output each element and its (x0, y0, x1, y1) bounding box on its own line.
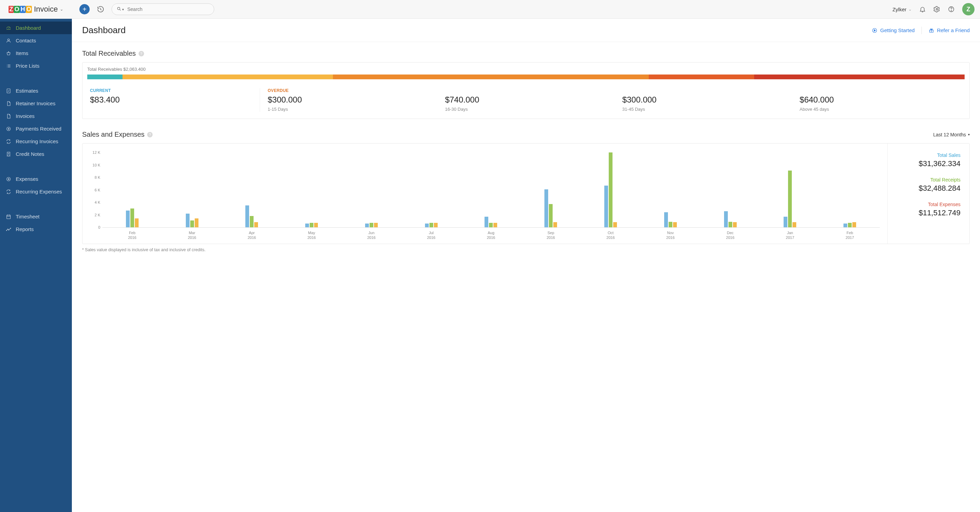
help-tooltip-icon[interactable]: ? (147, 132, 153, 137)
receipt-icon (5, 151, 12, 157)
zoho-logo: ZOHO (8, 6, 32, 13)
sidebar-item-estimates[interactable]: Estimates (0, 84, 72, 97)
x-axis-label: Mar2016 (162, 230, 222, 240)
divider (921, 27, 922, 34)
chart-month-group (581, 152, 641, 227)
org-name: Zylker (892, 6, 907, 12)
chart-bar-expenses[interactable] (434, 223, 438, 227)
doc-icon (5, 114, 12, 119)
gear-icon (934, 6, 940, 13)
sidebar-item-label: Expenses (16, 176, 38, 182)
chart-bar-sales[interactable] (365, 224, 369, 227)
chart-bar-expenses[interactable] (673, 222, 677, 227)
receivables-card: Total Receivables $2,063.400 CURRENT $83… (82, 62, 970, 119)
help-tooltip-icon[interactable]: ? (138, 51, 144, 56)
sidebar-item-credit[interactable]: Credit Notes (0, 147, 72, 160)
chart-bar-expenses[interactable] (493, 223, 497, 227)
sales-chart: 12 K10 K8 K6 K4 K2 K0 Feb2016Mar2016Apr2… (83, 144, 887, 244)
brand-switcher[interactable]: ZOHO Invoice ⌄ (0, 0, 72, 19)
search-input[interactable] (127, 6, 209, 12)
sidebar-item-expenses[interactable]: Expenses (0, 173, 72, 185)
chart-bar-receipts[interactable] (788, 171, 792, 227)
settings-button[interactable] (934, 6, 940, 13)
trend-icon (5, 227, 12, 232)
chart-bar-receipts[interactable] (310, 223, 313, 227)
x-axis-label: Dec2016 (700, 230, 760, 240)
chart-bar-sales[interactable] (126, 211, 130, 227)
chart-bar-sales[interactable] (843, 224, 847, 227)
org-switcher[interactable]: Zylker ⌄ (892, 6, 912, 12)
chart-bar-expenses[interactable] (135, 219, 138, 227)
chart-bar-receipts[interactable] (489, 223, 493, 227)
main-content: Dashboard Getting Started Refer a Friend (72, 19, 980, 512)
chart-bar-receipts[interactable] (729, 222, 732, 227)
receivables-title: Total Receivables (82, 49, 136, 57)
search-scope-caret[interactable]: ▾ (122, 8, 124, 11)
chart-bar-sales[interactable] (485, 217, 488, 227)
sidebar-item-dashboard[interactable]: Dashboard (0, 22, 72, 34)
sales-header: Sales and Expenses ? Last 12 Months ▾ (82, 130, 970, 138)
avatar-initial: Z (967, 6, 970, 13)
global-search[interactable]: ▾ (111, 3, 214, 15)
sidebar-item-label: Reports (16, 226, 34, 232)
chart-bar-expenses[interactable] (314, 223, 318, 227)
chart-bar-expenses[interactable] (853, 222, 856, 227)
x-axis-label: Aug2016 (461, 230, 521, 240)
chart-bar-expenses[interactable] (254, 222, 258, 227)
chart-bar-sales[interactable] (724, 211, 728, 227)
date-range-selector[interactable]: Last 12 Months ▾ (933, 132, 970, 137)
chart-bar-sales[interactable] (604, 185, 608, 227)
bucket-amount: $740.000 (445, 95, 607, 105)
chart-bar-receipts[interactable] (669, 222, 672, 227)
chart-bar-receipts[interactable] (430, 223, 433, 227)
chart-bar-receipts[interactable] (250, 216, 253, 227)
receivables-segment (649, 75, 754, 79)
sidebar-item-items[interactable]: Items (0, 47, 72, 59)
chart-bar-sales[interactable] (305, 224, 309, 227)
chart-bar-sales[interactable] (664, 212, 668, 227)
notifications-button[interactable] (919, 6, 926, 13)
sidebar-item-recurring-exp[interactable]: Recurring Expenses (0, 185, 72, 198)
help-button[interactable] (948, 6, 955, 13)
refer-friend-link[interactable]: Refer a Friend (929, 27, 970, 33)
quick-create-button[interactable]: + (80, 4, 90, 14)
sidebar-item-pricelists[interactable]: Price Lists (0, 59, 72, 72)
chart-bar-sales[interactable] (186, 214, 189, 227)
chart-bar-expenses[interactable] (613, 222, 617, 227)
chart-bar-sales[interactable] (784, 217, 788, 227)
chart-month-group (342, 152, 401, 227)
chart-bar-expenses[interactable] (733, 222, 737, 227)
sales-title: Sales and Expenses (82, 130, 145, 138)
user-avatar[interactable]: Z (962, 3, 975, 15)
current-label: CURRENT (90, 88, 252, 93)
chart-bar-sales[interactable] (425, 224, 429, 227)
chart-bar-expenses[interactable] (792, 222, 796, 227)
chart-bar-expenses[interactable] (374, 223, 378, 227)
sidebar-item-timesheet[interactable]: Timesheet (0, 210, 72, 223)
chart-bar-receipts[interactable] (848, 223, 852, 227)
sidebar-item-label: Dashboard (16, 25, 41, 31)
chart-bar-sales[interactable] (544, 189, 548, 227)
sidebar-item-invoices[interactable]: Invoices (0, 110, 72, 122)
chart-bar-receipts[interactable] (130, 209, 134, 227)
sidebar-item-payments[interactable]: Payments Received (0, 122, 72, 135)
chart-bar-receipts[interactable] (609, 152, 612, 227)
chart-bar-expenses[interactable] (553, 222, 557, 227)
total-expenses-value: $11,512.749 (891, 209, 961, 217)
sidebar-item-reports[interactable]: Reports (0, 223, 72, 236)
getting-started-link[interactable]: Getting Started (872, 27, 915, 33)
recent-history-button[interactable] (96, 5, 105, 14)
recur-icon (5, 139, 12, 144)
svg-point-27 (8, 230, 9, 230)
plus-icon: + (83, 5, 87, 13)
chart-bar-receipts[interactable] (549, 204, 553, 227)
chart-month-group (282, 152, 342, 227)
chart-bar-sales[interactable] (245, 205, 249, 227)
sidebar-item-recurring-inv[interactable]: Recurring Invoices (0, 135, 72, 147)
chart-bar-receipts[interactable] (369, 223, 373, 227)
sidebar-item-retainer[interactable]: Retainer Invoices (0, 97, 72, 110)
chart-bar-expenses[interactable] (195, 219, 199, 227)
sidebar-item-contacts[interactable]: Contacts (0, 34, 72, 47)
chart-bar-receipts[interactable] (190, 220, 194, 227)
receivables-breakdown-bar (87, 75, 965, 79)
